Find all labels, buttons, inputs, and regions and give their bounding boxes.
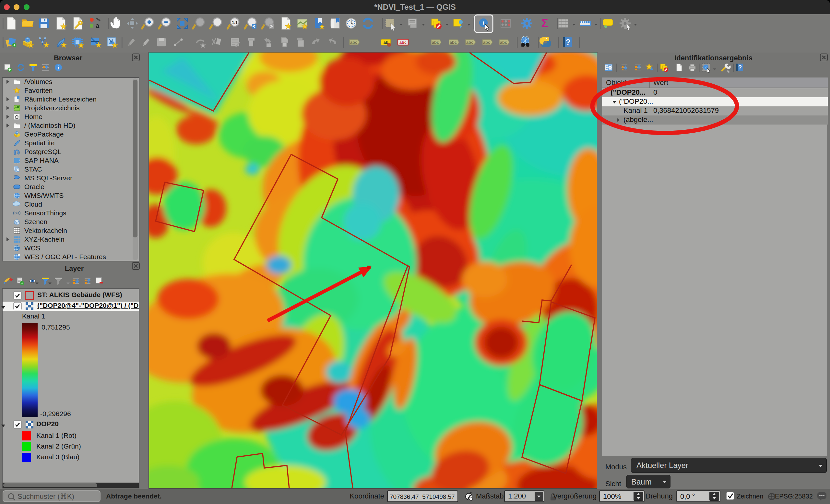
svg-text:1:1: 1:1 bbox=[232, 21, 238, 25]
svg-text:?: ? bbox=[566, 38, 571, 46]
svg-text:abc: abc bbox=[350, 40, 357, 45]
svg-text:i: i bbox=[58, 65, 59, 70]
svg-text:i: i bbox=[482, 20, 484, 26]
svg-text:abc: abc bbox=[466, 40, 473, 45]
svg-text:abc: abc bbox=[400, 40, 407, 45]
svg-text:abc: abc bbox=[450, 40, 457, 45]
svg-text:Σ: Σ bbox=[541, 17, 548, 30]
svg-text:abc: abc bbox=[432, 40, 439, 45]
svg-text:abc: abc bbox=[500, 40, 507, 45]
svg-text:abc: abc bbox=[483, 40, 490, 45]
svg-text:a: a bbox=[96, 22, 99, 29]
